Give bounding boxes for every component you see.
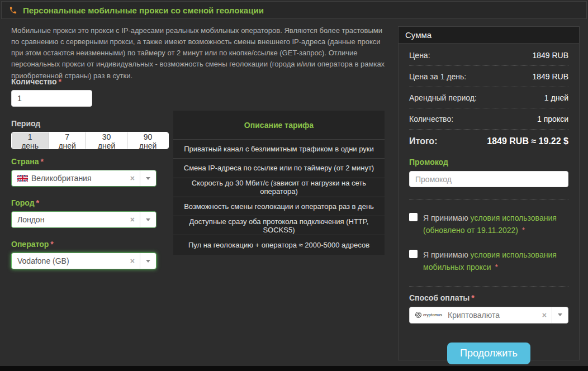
product-description: Мобильные прокси это прокси с IP-адресам… xyxy=(11,25,389,82)
summary-row-rental-period: Арендный период: 1 дней xyxy=(409,87,568,108)
order-form: Количество* Период 1 день 7 дней 30 дней… xyxy=(11,77,169,281)
tariff-feature: Приватный канал с безлимитным трафиком в… xyxy=(173,140,385,159)
operator-select[interactable]: Vodafone (GB) × xyxy=(11,253,157,269)
clear-icon[interactable]: × xyxy=(125,215,140,224)
summary-panel: Сумма Цена: 1849 RUB Цена за 1 день: 184… xyxy=(398,26,580,360)
phone-icon xyxy=(9,6,17,15)
clear-icon[interactable]: × xyxy=(125,256,140,265)
chevron-down-icon[interactable] xyxy=(140,260,156,263)
divider xyxy=(409,286,568,287)
operator-label: Оператор* xyxy=(11,240,169,249)
tariff-feature: Пул на геолокацию + оператора ≈ 2000-500… xyxy=(173,235,385,254)
mobile-terms-checkbox-row: Я принимаю условия использования мобильн… xyxy=(409,249,568,274)
cryptomus-logo-icon xyxy=(415,312,421,318)
city-label: Город* xyxy=(11,198,169,207)
required-asterisk: * xyxy=(41,157,44,166)
period-button-1day[interactable]: 1 день xyxy=(12,132,49,149)
required-asterisk: * xyxy=(59,77,61,86)
summary-row-total: Итого: 1849 RUB ≈ 19.22 $ xyxy=(409,130,568,153)
clear-icon[interactable]: × xyxy=(537,311,552,320)
cryptomus-brand-text: cryptomus xyxy=(423,313,442,317)
checkbox-text: Я принимаю xyxy=(423,250,471,259)
page-background: Персональные мобильные прокси со сменой … xyxy=(0,0,588,366)
tariff-feature: Доступные сразу оба протокола подключени… xyxy=(173,216,385,235)
period-label: Период xyxy=(11,119,169,128)
summary-row-quantity: Количество: 1 прокси xyxy=(409,108,568,130)
tariff-title: Описание тарифа xyxy=(173,111,385,140)
clear-icon[interactable]: × xyxy=(125,174,140,183)
payment-method-value: Криптовалюта xyxy=(448,311,500,320)
required-asterisk: * xyxy=(50,240,53,249)
payment-method-label: Способ оплаты* xyxy=(409,293,568,302)
chevron-down-icon[interactable] xyxy=(552,313,568,316)
payment-method-select[interactable]: cryptomus Криптовалюта × xyxy=(409,307,568,324)
checkbox-text: Я принимаю xyxy=(423,213,471,222)
period-button-group: 1 день 7 дней 30 дней 90 дней xyxy=(11,132,169,149)
period-button-30days[interactable]: 30 дней xyxy=(86,132,127,149)
tariff-feature: Смена IP-адреса по ссылке или по таймеру… xyxy=(173,159,385,178)
divider xyxy=(409,199,568,200)
tariff-table: Описание тарифа Приватный канал с безлим… xyxy=(173,111,385,255)
required-asterisk: * xyxy=(522,226,525,235)
summary-row-price-per-day: Цена за 1 день: 1849 RUB xyxy=(409,66,568,87)
operator-value: Vodafone (GB) xyxy=(17,256,69,265)
page-title: Персональные мобильные прокси со сменой … xyxy=(23,6,264,15)
summary-row-price: Цена: 1849 RUB xyxy=(409,45,568,66)
promo-input[interactable] xyxy=(409,171,568,187)
mobile-terms-checkbox[interactable] xyxy=(409,250,418,258)
page-header: Персональные мобильные прокси со сменой … xyxy=(1,1,587,19)
city-select[interactable]: Лондон × xyxy=(11,211,157,228)
required-asterisk: * xyxy=(495,263,498,272)
quantity-label: Количество* xyxy=(11,77,169,86)
tariff-feature: Возможность смены геолокации и оператора… xyxy=(173,197,385,216)
uk-flag-icon xyxy=(17,175,28,182)
country-label: Страна* xyxy=(11,157,169,166)
required-asterisk: * xyxy=(471,293,474,302)
continue-button[interactable]: Продолжить xyxy=(447,343,530,364)
city-value: Лондон xyxy=(17,215,44,224)
required-asterisk: * xyxy=(36,198,39,207)
country-value: Великобритания xyxy=(31,174,92,183)
country-select[interactable]: Великобритания × xyxy=(11,170,157,187)
period-button-90days[interactable]: 90 дней xyxy=(127,132,168,149)
promo-label: Промокод xyxy=(409,158,568,167)
tariff-feature: Скорость до 30 Мбит/с (зависит от нагруз… xyxy=(173,178,385,197)
terms-checkbox[interactable] xyxy=(409,213,418,221)
chevron-down-icon[interactable] xyxy=(140,177,156,180)
period-button-7days[interactable]: 7 дней xyxy=(49,132,86,149)
chevron-down-icon[interactable] xyxy=(140,218,156,221)
terms-checkbox-row: Я принимаю условия использования (обновл… xyxy=(409,212,568,237)
quantity-input[interactable] xyxy=(11,90,92,107)
summary-title: Сумма xyxy=(399,27,579,44)
